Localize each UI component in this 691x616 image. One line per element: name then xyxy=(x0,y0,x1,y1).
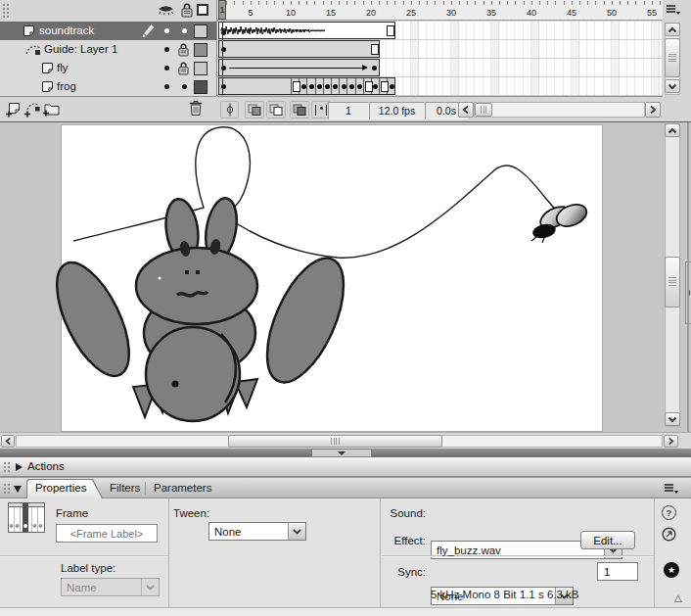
keyframe-dot[interactable] xyxy=(390,84,394,89)
fly-tween-span[interactable] xyxy=(218,59,380,76)
insert-layer-button[interactable] xyxy=(5,102,23,119)
tab-parameters[interactable]: Parameters xyxy=(154,482,211,494)
layer-row-guide[interactable]: Guide: Layer 1 xyxy=(0,40,216,60)
layer-lock-dot[interactable] xyxy=(182,28,187,33)
keyframe-dot[interactable] xyxy=(357,84,362,89)
timeline-hscroll-right-button[interactable] xyxy=(645,102,661,118)
motion-guide-path[interactable] xyxy=(73,127,576,258)
end-of-span-marker[interactable] xyxy=(371,44,379,55)
keyframe-dot[interactable] xyxy=(301,84,306,89)
timeline-hscroll-left-button[interactable] xyxy=(458,102,474,118)
frog-drawing[interactable] xyxy=(42,196,359,421)
timeline-ruler[interactable]: 5 10 15 20 25 30 35 40 45 50 55 1 xyxy=(217,0,663,21)
blank-keyframe-marker[interactable] xyxy=(365,81,373,92)
timeline-hscroll-thumb[interactable] xyxy=(475,103,492,117)
frame-label-input[interactable] xyxy=(56,524,158,543)
keyframe-dot[interactable] xyxy=(333,84,338,89)
stage-hscroll-left-button[interactable] xyxy=(1,435,15,448)
layer-outline-swatch[interactable] xyxy=(194,24,207,38)
frame-row-frog[interactable] xyxy=(217,77,662,96)
help-button[interactable]: ? xyxy=(662,505,676,520)
accessibility-button[interactable]: ★ xyxy=(664,562,679,578)
frame-row-guide[interactable] xyxy=(217,40,662,59)
current-frame-box: 1 xyxy=(328,102,369,119)
timeline-vscroll-thumb[interactable] xyxy=(665,38,680,77)
keyframe-dot[interactable] xyxy=(317,84,322,89)
show-hide-all-layers-button[interactable] xyxy=(158,4,174,19)
tab-properties[interactable]: Properties xyxy=(26,479,103,498)
actions-panel-bar[interactable]: Actions xyxy=(0,457,691,477)
keyframe-dot[interactable] xyxy=(372,66,377,71)
layer-row-soundtrack[interactable]: soundtrack xyxy=(0,22,216,41)
section-divider xyxy=(654,498,655,607)
layer-visibility-dot[interactable] xyxy=(164,66,169,71)
onion-skin-outlines-icon xyxy=(269,104,284,117)
layer-row-frog[interactable]: frog xyxy=(0,77,216,97)
timeline-vscroll-up-button[interactable] xyxy=(665,23,680,36)
timeline-grip[interactable] xyxy=(2,3,10,19)
layer-visibility-dot[interactable] xyxy=(164,47,169,52)
frog-frame-span[interactable] xyxy=(218,77,395,95)
frame-row-soundtrack[interactable] xyxy=(217,22,662,40)
lock-icon[interactable] xyxy=(178,61,189,75)
tween-dropdown[interactable]: None xyxy=(208,522,306,541)
actions-panel-grip[interactable] xyxy=(3,461,10,473)
insert-layer-folder-button[interactable] xyxy=(42,102,60,118)
loop-count-input[interactable] xyxy=(597,562,638,581)
stage-vscroll-thumb[interactable] xyxy=(665,257,680,308)
frame-row-fly[interactable] xyxy=(217,59,662,77)
onion-skin-outlines-button[interactable] xyxy=(266,101,286,118)
keyframe-dot[interactable] xyxy=(325,84,330,89)
properties-panel-grip[interactable] xyxy=(3,483,10,495)
center-frame-button[interactable] xyxy=(220,101,239,118)
blank-keyframe-marker[interactable] xyxy=(381,81,389,92)
outline-all-layers-button[interactable] xyxy=(197,4,208,16)
keyframe-dot[interactable] xyxy=(309,84,314,89)
stage-hscroll-right-button[interactable] xyxy=(664,435,678,448)
effect-label: Effect: xyxy=(378,535,426,546)
panel-expand-triangle[interactable]: △ xyxy=(674,592,682,603)
layer-outline-swatch[interactable] xyxy=(194,43,207,57)
collapse-panel-arrow-icon[interactable] xyxy=(14,486,22,493)
dropdown-button[interactable] xyxy=(288,523,305,540)
layer-outline-swatch[interactable] xyxy=(194,80,207,94)
layer-lock-dot[interactable] xyxy=(182,84,187,89)
tab-filters[interactable]: Filters xyxy=(110,482,140,494)
fly-drawing[interactable] xyxy=(531,201,590,243)
stage-hscroll-thumb[interactable] xyxy=(228,435,442,448)
keyframe-dot[interactable] xyxy=(373,84,378,89)
launch-button[interactable] xyxy=(662,527,676,544)
soundtrack-frame-span[interactable] xyxy=(218,22,395,39)
add-motion-guide-button[interactable] xyxy=(23,102,41,119)
ruler-number: 25 xyxy=(403,8,419,18)
keyframe-dot[interactable] xyxy=(349,84,354,89)
panel-collapse-handle[interactable] xyxy=(311,449,372,457)
stage-vscroll-up-button[interactable] xyxy=(665,123,680,137)
layer-row-fly[interactable]: fly xyxy=(0,59,216,78)
frame-rate-box[interactable]: 12.0 fps xyxy=(369,102,425,119)
frames-grid[interactable] xyxy=(217,22,662,96)
edit-effect-button[interactable]: Edit... xyxy=(580,531,635,549)
playhead[interactable]: 1 xyxy=(218,0,226,20)
timeline-options-menu-button[interactable] xyxy=(665,3,681,19)
playhead-frame-number: 1 xyxy=(219,5,224,15)
timeline-hscroll-track[interactable] xyxy=(474,102,645,118)
properties-menu-button[interactable] xyxy=(663,482,679,498)
layer-visibility-dot[interactable] xyxy=(164,84,169,89)
stage-vscroll-down-button[interactable] xyxy=(665,412,680,426)
end-of-span-marker[interactable] xyxy=(387,25,394,36)
label-type-dropdown[interactable]: Name xyxy=(61,578,160,596)
guide-frame-span[interactable] xyxy=(218,40,380,58)
onion-skin-button[interactable] xyxy=(245,101,264,118)
layer-visibility-dot[interactable] xyxy=(164,28,169,33)
lock-all-layers-button[interactable] xyxy=(181,2,193,20)
layer-outline-swatch[interactable] xyxy=(194,62,207,75)
expand-arrow-icon[interactable] xyxy=(16,463,23,471)
lock-icon[interactable] xyxy=(178,42,189,57)
edit-multiple-frames-button[interactable] xyxy=(290,101,309,118)
delete-layer-button[interactable] xyxy=(188,99,204,119)
keyframe-dot[interactable] xyxy=(342,84,346,89)
timeline-vscroll-down-button[interactable] xyxy=(665,79,680,93)
blank-keyframe-marker[interactable] xyxy=(293,81,300,92)
stage-hscroll-bar xyxy=(0,432,691,449)
